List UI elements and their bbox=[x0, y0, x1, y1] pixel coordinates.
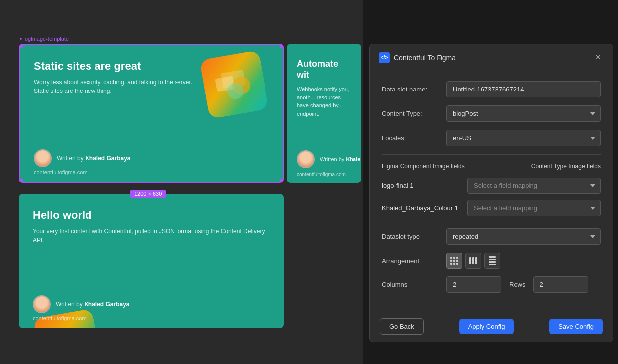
field-select-2[interactable]: Select a field mapping bbox=[467, 200, 601, 216]
card-footer: contentfultofigma.com bbox=[34, 167, 88, 176]
frame-icon: ✦ bbox=[19, 36, 23, 42]
arrangement-label: Arrangement bbox=[382, 257, 446, 265]
go-back-button[interactable]: Go Back bbox=[380, 318, 424, 335]
card-image bbox=[199, 50, 268, 119]
rows-label: Rows bbox=[509, 281, 526, 288]
content-fields-header: Content Type Image fields bbox=[531, 163, 601, 170]
panel-title: Contentful To Figma bbox=[394, 54, 456, 62]
panel-logo: </> bbox=[379, 52, 390, 63]
fields-header: Figma Component Image fields Content Typ… bbox=[382, 163, 601, 170]
panel-body: Data slot name: Content Type: blogPost L… bbox=[370, 71, 613, 311]
corner-handle-br[interactable] bbox=[280, 179, 284, 183]
size-badge: 1200 × 630 bbox=[130, 190, 166, 198]
card-title-bl: Hello world bbox=[33, 209, 270, 222]
field-select-1[interactable]: Select a field mapping bbox=[467, 178, 601, 194]
corner-handle-tl[interactable] bbox=[19, 44, 23, 48]
data-slot-label: Data slot name: bbox=[382, 86, 446, 93]
apply-config-button[interactable]: Apply Config bbox=[459, 319, 514, 334]
field-row-1: logo-final 1 Select a field mapping bbox=[382, 178, 601, 194]
avatar bbox=[34, 149, 52, 167]
avatar-tr bbox=[297, 150, 315, 168]
content-type-label: Content Type: bbox=[382, 110, 446, 117]
columns-icon bbox=[469, 257, 477, 264]
card-author: Written by Khaled Garbaya bbox=[34, 149, 199, 167]
arrangement-list-btn[interactable] bbox=[484, 253, 500, 269]
author-text: Written by Khaled Garbaya bbox=[57, 155, 131, 162]
arrangement-icons bbox=[446, 253, 500, 269]
dataslot-type-select[interactable]: repeated bbox=[446, 228, 601, 245]
card-desc-tr: Webhooks notify you, anoth... resources … bbox=[297, 85, 352, 118]
grid-icon bbox=[450, 257, 458, 265]
panel: </> Contentful To Figma × Data slot name… bbox=[369, 44, 613, 342]
avatar-face bbox=[35, 150, 51, 167]
card-title: Static sites are great bbox=[34, 60, 199, 73]
canvas-area: ✦ oglmage-template Static sites are grea… bbox=[0, 0, 363, 364]
divider bbox=[382, 154, 601, 155]
data-slot-input[interactable] bbox=[446, 81, 601, 97]
card-bottom-left: Hello world Your very first content with… bbox=[19, 194, 284, 328]
columns-input[interactable] bbox=[446, 276, 501, 293]
card-top-right: Automate wit Webhooks notify you, anoth.… bbox=[287, 44, 361, 183]
arrangement-grid-btn[interactable] bbox=[446, 253, 462, 269]
author-bl: Written by Khaled Garbaya bbox=[33, 295, 270, 313]
card-content-bl: Hello world Your very first content with… bbox=[33, 209, 270, 313]
arrangement-cols-btn[interactable] bbox=[465, 253, 481, 269]
card-top-left: Static sites are great Worry less about … bbox=[19, 44, 284, 183]
figma-fields-header: Figma Component Image fields bbox=[382, 163, 465, 170]
dataslot-type-label: Dataslot type bbox=[382, 233, 446, 240]
field-row-2: Khaled_Garbaya_Colour 1 Select a field m… bbox=[382, 200, 601, 216]
card-desc-bl: Your very first content with Contentful,… bbox=[33, 227, 270, 245]
card-title-tr: Automate wit bbox=[297, 59, 352, 80]
author-tr: Written by Khale bbox=[297, 150, 360, 168]
list-icon bbox=[489, 256, 496, 265]
card-content: Static sites are great Worry less about … bbox=[34, 60, 199, 167]
card-footer-bl: contentfultofigma.com bbox=[33, 313, 87, 322]
content-type-select[interactable]: blogPost bbox=[446, 105, 601, 122]
field-name-1: logo-final 1 bbox=[382, 182, 461, 189]
card-desc: Worry less about security, caching, and … bbox=[34, 78, 199, 95]
panel-header: </> Contentful To Figma × bbox=[370, 44, 613, 71]
avatar-bl bbox=[33, 295, 51, 313]
arrangement-row: Arrangement bbox=[382, 253, 601, 269]
locales-label: Locales: bbox=[382, 134, 446, 142]
rows-input[interactable] bbox=[533, 276, 588, 293]
corner-handle-bl[interactable] bbox=[19, 179, 23, 183]
columns-rows-row: Columns Rows bbox=[382, 276, 601, 293]
panel-footer: Go Back Apply Config Save Config bbox=[370, 311, 613, 342]
content-type-row: Content Type: blogPost bbox=[382, 105, 601, 122]
data-slot-row: Data slot name: bbox=[382, 81, 601, 97]
field-name-2: Khaled_Garbaya_Colour 1 bbox=[382, 204, 461, 212]
locales-select[interactable]: en-US bbox=[446, 130, 601, 146]
corner-handle-tr[interactable] bbox=[280, 44, 284, 48]
frame-label: ✦ oglmage-template bbox=[19, 36, 69, 42]
dataslot-type-row: Dataslot type repeated bbox=[382, 228, 601, 245]
col-row-inputs: Rows bbox=[446, 276, 588, 293]
save-config-button[interactable]: Save Config bbox=[549, 319, 603, 334]
columns-label: Columns bbox=[382, 281, 446, 288]
close-button[interactable]: × bbox=[592, 51, 604, 64]
panel-title-row: </> Contentful To Figma bbox=[379, 52, 456, 63]
locales-row: Locales: en-US bbox=[382, 130, 601, 146]
